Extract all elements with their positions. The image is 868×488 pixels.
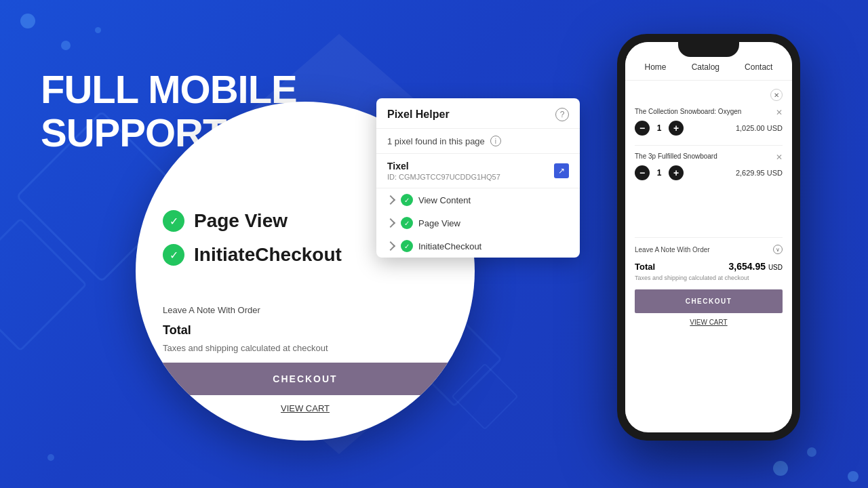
pixel-helper-title: Pixel Helper [387,108,450,121]
ph-view-content-check: ✓ [401,194,413,206]
phone-total-label: Total [635,262,655,272]
phone-close-bar: ✕ [635,89,783,101]
tixel-id: ID: CGMJGTCC97UCDDG1HQ57 [387,173,500,181]
ph-view-content-label: View Content [418,195,471,205]
tixel-header-row: Tixel ID: CGMJGTCC97UCDDG1HQ57 ↗ [387,161,569,181]
phone-nav-home[interactable]: Home [645,62,667,72]
initiate-checkout-check-icon: ✓ [163,244,184,266]
phone-product-1-qty: − 1 + [635,121,684,136]
phone-product-1-price: 1,025.00 USD [736,124,783,132]
ph-page-view-item[interactable]: ✓ Page View [376,211,580,235]
phone-view-cart-link[interactable]: VIEW CART [635,319,783,326]
phone-note-label: Leave A Note With Order [635,246,710,253]
phone-total-price: 3,654.95 USD [728,261,783,272]
pixel-helper-help-icon[interactable]: ? [555,108,569,121]
phone-product-2-name: The 3p Fulfilled Snowboard [635,152,717,160]
phone-nav-contact[interactable]: Contact [745,62,772,72]
phone-product-2: The 3p Fulfilled Snowboard ✕ − 1 + 2,629… [635,152,783,180]
pixel-count-info-icon[interactable]: i [490,136,501,146]
phone-product-1-controls: − 1 + 1,025.00 USD [635,121,783,136]
phone-product-2-increase[interactable]: + [669,165,684,180]
phone-product-1-qty-num: 1 [654,123,665,133]
phone-total-row: Total 3,654.95 USD [635,261,783,272]
tixel-section: Tixel ID: CGMJGTCC97UCDDG1HQ57 ↗ [376,154,580,188]
ph-page-view-check: ✓ [401,217,413,229]
initiate-checkout-label: InitiateCheckout [194,244,342,266]
ph-page-view-label: Page View [418,218,460,228]
pixel-count-text: 1 pixel found in this page [387,136,485,146]
ph-initiate-checkout-arrow [386,241,395,251]
phone-taxes-label: Taxes and shipping calculated at checkou… [635,274,783,281]
phone-note-chevron-icon: ∨ [773,245,783,254]
phone-close-button[interactable]: ✕ [770,89,783,101]
ph-initiate-checkout-check: ✓ [401,240,413,252]
phone-product-1-close[interactable]: ✕ [776,108,783,117]
circle-checkout-button[interactable]: CHECKOUT [163,363,448,395]
phone-mockup: Home Catalog Contact ✕ The Collection Sn… [617,34,800,441]
phone-notch [678,42,739,57]
phone-product-1-increase[interactable]: + [669,121,684,136]
phone-body: ✕ The Collection Snowboard: Oxygen ✕ − 1… [625,81,792,430]
phone-product-2-price: 2,629.95 USD [736,169,783,177]
pixel-count-row: 1 pixel found in this page i [376,129,580,154]
phone-screen: Home Catalog Contact ✕ The Collection Sn… [625,42,792,432]
tixel-name: Tixel [387,161,500,171]
page-view-check-icon: ✓ [163,210,184,232]
ph-page-view-arrow [386,218,395,228]
phone-product-2-qty-num: 1 [654,168,665,178]
pixel-helper-panel: Pixel Helper ? 1 pixel found in this pag… [376,98,580,258]
phone-product-1: The Collection Snowboard: Oxygen ✕ − 1 +… [635,108,783,136]
circle-view-cart-link[interactable]: VIEW CART [163,403,448,413]
pixel-helper-header: Pixel Helper ? [376,98,580,129]
tixel-external-link-icon[interactable]: ↗ [554,163,569,178]
ph-view-content-arrow [386,195,395,205]
ph-view-content-item[interactable]: ✓ View Content [376,188,580,211]
phone-checkout-button[interactable]: CHECKOUT [635,289,783,313]
ph-initiate-checkout-label: InitiateCheckout [418,241,481,251]
phone-product-1-name: The Collection Snowboard: Oxygen [635,108,741,115]
phone-product-2-decrease[interactable]: − [635,165,650,180]
circle-note-row: Leave A Note With Order [163,305,448,315]
circle-cart: Leave A Note With Order Total Taxes and … [136,305,475,413]
phone-product-2-controls: − 1 + 2,629.95 USD [635,165,783,180]
phone-product-1-decrease[interactable]: − [635,121,650,136]
phone-divider-1 [635,145,783,146]
ph-initiate-checkout-item[interactable]: ✓ InitiateCheckout [376,235,580,258]
phone-note-row[interactable]: Leave A Note With Order ∨ [635,245,783,254]
phone-product-2-close[interactable]: ✕ [776,152,783,162]
page-view-label: Page View [194,210,288,232]
hero-line1: FULL MOBILE [41,68,297,111]
phone-divider-2 [635,237,783,238]
phone-total-currency: USD [768,264,783,271]
circle-total-row: Total [163,323,448,338]
phone-product-2-qty: − 1 + [635,165,684,180]
circle-taxes-row: Taxes and shipping calculated at checkou… [163,343,448,353]
phone-nav-catalog[interactable]: Catalog [692,62,719,72]
